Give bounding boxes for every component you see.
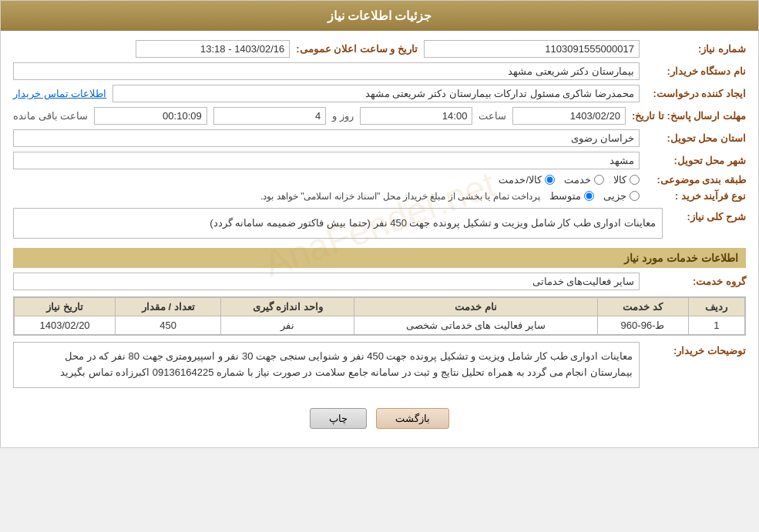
mohlat-roz: 4 — [213, 107, 327, 125]
col-radif: ردیف — [688, 298, 744, 316]
page-title: جزئیات اطلاعات نیاز — [1, 1, 758, 31]
radio-jozii-label: جزیی — [603, 190, 626, 202]
col-vahed: واحد اندازه گیری — [221, 298, 354, 316]
table-row: 1ط-96-960سایر فعالیت های خدماتی شخصینفر4… — [15, 316, 745, 335]
nam-dastgah-label: نام دستگاه خریدار: — [646, 65, 746, 77]
groh-khadamat-value: سایر فعالیت‌های خدماتی — [13, 273, 640, 290]
radio-kala-khadamat-label: کالا/خدمت — [499, 174, 542, 186]
radio-jozii[interactable]: جزیی — [603, 190, 640, 202]
noe-farayand-desc: پرداخت تمام یا بخشی از مبلغ خریداز محل "… — [260, 191, 540, 202]
shomare-niaz-value: 1103091555000017 — [424, 40, 640, 58]
shomare-niaz-label: شماره نیاز: — [646, 43, 746, 55]
footer-buttons: بازگشت چاپ — [13, 399, 746, 438]
noe-farayand-label: نوع فرآیند خرید : — [646, 190, 746, 202]
col-tedad: تعداد / مقدار — [116, 298, 221, 316]
etelaatKhadamat-title: اطلاعات خدمات مورد نیاز — [13, 248, 746, 268]
tarikh-label: تاریخ و ساعت اعلان عمومی: — [296, 43, 418, 55]
shahr-label: شهر محل تحویل: — [646, 155, 746, 166]
radio-mottasat-label: متوسط — [549, 190, 581, 202]
nam-dastgah-value: بیمارستان دکتر شریعتی مشهد — [13, 62, 640, 80]
ostan-label: استان محل تحویل: — [646, 132, 746, 144]
services-table: ردیف کد خدمت نام خدمت واحد اندازه گیری ت… — [13, 296, 746, 336]
radio-khadamat-label: خدمت — [564, 174, 591, 186]
radio-kala-khadamat[interactable]: کالا/خدمت — [499, 174, 555, 186]
radio-kala-label: کالا — [613, 174, 626, 186]
sharh-kolli-label: شرح کلی نیاز: — [669, 208, 746, 223]
etelaattamas-link[interactable]: اطلاعات تماس خریدار — [13, 88, 106, 99]
ijad-konande-value: محمدرضا شاکری مسئول تدارکات بیمارستان دک… — [113, 85, 640, 102]
ijad-konande-label: ایجاد کننده درخواست: — [646, 88, 746, 99]
chap-button[interactable]: چاپ — [310, 408, 367, 429]
groh-khadamat-label: گروه خدمت: — [646, 276, 746, 287]
col-kod: کد خدمت — [597, 298, 688, 316]
tabaqebandi-label: طبقه بندی موضوعی: — [646, 174, 746, 186]
mohlat-saat-label: ساعت — [479, 110, 506, 122]
radio-kala[interactable]: کالا — [613, 174, 640, 186]
radio-mottasat[interactable]: متوسط — [549, 190, 594, 202]
radio-khadamat[interactable]: خدمت — [564, 174, 604, 186]
mohlat-label: مهلت ارسال پاسخ: تا تاریخ: — [632, 110, 746, 122]
col-tarikh: تاریخ نیاز — [15, 298, 116, 316]
sharh-kolli-value: معاینات ادواری طب کار شامل ویزیت و تشکیل… — [13, 208, 663, 239]
ostan-value: خراسان رضوی — [13, 129, 640, 147]
mohlat-saat-baghi: 00:10:09 — [94, 107, 207, 125]
mohlat-saat: 14:00 — [360, 107, 473, 125]
col-nam: نام خدمت — [354, 298, 597, 316]
mohlat-roz-label: روز و — [332, 110, 354, 122]
tosih-label: توضیحات خریدار: — [646, 342, 746, 356]
tosih-value: معاینات ادواری طب کار شامل ویزیت و تشکیل… — [13, 342, 640, 388]
bazgasht-button[interactable]: بازگشت — [376, 408, 449, 429]
tarikh-value: 1403/02/16 - 13:18 — [136, 40, 290, 58]
shahr-value: مشهد — [13, 152, 640, 169]
mohlat-saat-baghi-label: ساعت باقی مانده — [13, 110, 88, 122]
mohlat-date: 1403/02/20 — [512, 107, 626, 125]
